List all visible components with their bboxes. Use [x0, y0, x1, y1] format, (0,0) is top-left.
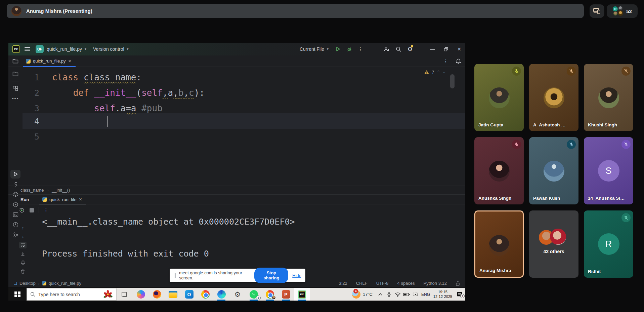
indent-setting[interactable]: 4 spaces — [397, 281, 415, 286]
participant-name: Anurag Mishra — [479, 268, 511, 273]
code-line: 1 class class_name: — [23, 70, 465, 85]
mic-off-icon — [569, 69, 574, 74]
soft-wrap-button[interactable] — [19, 242, 27, 248]
battery-tray-button[interactable] — [402, 292, 411, 297]
unlock-icon[interactable] — [456, 281, 460, 286]
mic-muted-badge — [567, 140, 576, 149]
search-icon — [30, 292, 35, 297]
breadcrumb[interactable]: class_name › __init__() — [8, 186, 465, 194]
rerun-button[interactable] — [18, 207, 25, 213]
project-selector[interactable]: quick_run_file.py — [47, 46, 82, 52]
participant-tile-khushi-singh[interactable]: Khushi Singh — [584, 64, 633, 131]
vcs-selector[interactable]: Version control — [93, 46, 124, 52]
scroll-to-end-button[interactable] — [19, 250, 27, 257]
code-with-me-button[interactable] — [384, 46, 390, 52]
minimize-button[interactable]: — — [430, 46, 435, 52]
git-branch-icon — [13, 232, 18, 238]
code-editor[interactable]: 1 class class_name: 2 def __init__(self,… — [23, 67, 465, 186]
drag-handle[interactable] — [174, 273, 176, 278]
participant-tile-jatin-gupta[interactable]: Jatin Gupta — [474, 64, 524, 131]
start-button[interactable] — [8, 288, 27, 301]
clock[interactable]: 19:15 12-12-2025 — [432, 290, 454, 299]
firefox-button[interactable] — [149, 288, 165, 301]
screen-share-devices-button[interactable] — [590, 4, 604, 18]
taskbar-search[interactable]: Type here to search — [27, 288, 117, 301]
file-encoding[interactable]: UTF-8 — [376, 281, 389, 286]
notification-center-button[interactable]: 1 — [454, 291, 465, 297]
participant-tile-anushka-singh[interactable]: Anushka Singh — [474, 137, 524, 204]
participant-count: 52 — [626, 8, 632, 14]
main-menu-icon[interactable] — [25, 47, 30, 51]
statusbar-path-root[interactable]: Desktop — [19, 281, 36, 286]
file-explorer-button[interactable] — [165, 288, 181, 301]
stop-button[interactable] — [30, 208, 34, 212]
hide-link[interactable]: Hide — [292, 273, 301, 278]
project-badge[interactable]: QF — [36, 45, 44, 53]
screen-share-icon — [593, 7, 601, 15]
language-indicator[interactable]: ENG — [420, 292, 432, 297]
stop-sharing-button[interactable]: Stop sharing — [254, 268, 288, 283]
editor-options-button[interactable]: ⋮ — [443, 58, 448, 64]
tray-expand-button[interactable] — [376, 293, 385, 296]
powerpoint-button[interactable]: P — [278, 288, 294, 301]
run-options-button[interactable]: ⋮ — [44, 207, 48, 213]
participant-tile-a-ashutosh[interactable]: A_Ashutosh … — [529, 64, 578, 131]
settings-button[interactable]: ⚙ — [229, 288, 246, 301]
structure-tool-button[interactable] — [10, 84, 20, 93]
participant-tile-pawan-kush[interactable]: Pawan Kush — [529, 137, 578, 204]
close-tab-icon[interactable]: ✕ — [79, 197, 82, 202]
caret-position[interactable]: 3:22 — [339, 281, 347, 286]
more-tool-windows-button[interactable]: ••• — [10, 94, 20, 103]
chrome-profile-button[interactable] — [262, 288, 278, 301]
close-button[interactable]: ✕ — [457, 46, 461, 52]
participant-count-pill[interactable]: R 52 — [607, 4, 638, 18]
previous-problem-icon[interactable]: ⌃ — [437, 70, 440, 74]
clear-button[interactable] — [19, 268, 27, 275]
mic-off-icon — [624, 69, 629, 74]
edge-button[interactable] — [213, 288, 229, 301]
run-console-output[interactable]: <__main__.class_name object at 0x000002C… — [42, 217, 295, 259]
project-tool-button[interactable] — [10, 70, 20, 78]
participant-tile-anurag-mishra-speaking[interactable]: Anurag Mishra — [474, 210, 524, 278]
close-tab-icon[interactable]: ✕ — [68, 59, 72, 64]
inspections-widget[interactable]: 7 ⌃ ⌄ — [424, 70, 446, 75]
notifications-bell-icon[interactable] — [456, 58, 461, 64]
task-view-button[interactable] — [117, 288, 133, 301]
whatsapp-button[interactable]: 1 — [246, 288, 262, 301]
microphone-tray-button[interactable] — [385, 291, 393, 297]
cast-tray-button[interactable] — [411, 292, 420, 297]
run-tool-button[interactable] — [10, 170, 20, 179]
run-configuration-selector[interactable]: Current File — [300, 46, 324, 52]
down-stacktrace-button[interactable]: ↓ — [19, 233, 27, 240]
participant-tile-14-anushka[interactable]: S 14_Anushka Si… — [584, 137, 633, 204]
chrome-button[interactable] — [197, 288, 213, 301]
wifi-tray-button[interactable] — [393, 292, 402, 297]
copilot-button[interactable] — [133, 288, 149, 301]
run-button[interactable] — [335, 46, 341, 52]
next-problem-icon[interactable]: ⌄ — [443, 70, 446, 74]
print-button[interactable] — [19, 259, 27, 266]
run-output-tab[interactable]: quick_run_file ✕ — [38, 194, 86, 204]
weather-widget[interactable]: 4 17°C — [349, 290, 376, 299]
python-interpreter[interactable]: Python 3.12 — [424, 281, 447, 286]
line-ending[interactable]: CRLF — [356, 281, 368, 286]
mic-muted-badge — [567, 67, 576, 76]
presenter-banner: Anurag Mishra (Presenting) — [7, 4, 584, 18]
participant-tile-42-others[interactable]: 42 others — [529, 210, 578, 278]
participant-tile-ridhit[interactable]: R Ridhit — [584, 210, 633, 278]
project-folder-icon[interactable] — [12, 58, 18, 64]
mic-off-icon — [514, 142, 519, 147]
outlook-button[interactable]: O — [181, 288, 197, 301]
settings-button[interactable]: ⚙ — [407, 46, 413, 52]
more-actions-button[interactable]: ⋮ — [358, 46, 363, 52]
statusbar-file[interactable]: quick_run_file.py — [42, 281, 81, 286]
tab-quick-run-file[interactable]: quick_run_file.py ✕ — [23, 55, 76, 67]
run-panel-title[interactable]: Run — [20, 197, 29, 202]
up-stacktrace-button[interactable]: ↑ — [19, 224, 27, 231]
editor-scrollbar[interactable] — [450, 74, 455, 88]
search-icon — [396, 46, 401, 52]
restore-button[interactable] — [443, 47, 448, 52]
debug-button[interactable] — [347, 46, 352, 52]
pycharm-taskbar-button[interactable]: PC — [294, 288, 310, 301]
search-everywhere-button[interactable] — [396, 46, 401, 52]
